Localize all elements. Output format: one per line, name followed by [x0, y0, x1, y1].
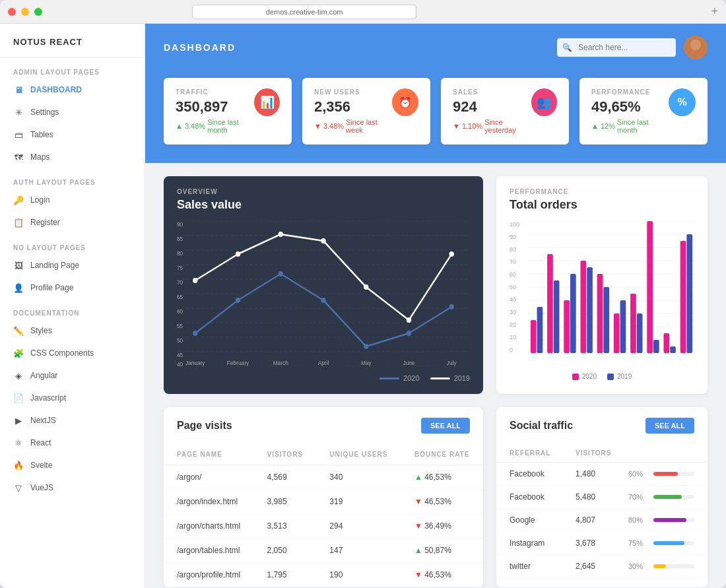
legend-2019: 2019: [430, 374, 470, 382]
svg-rect-59: [554, 280, 560, 353]
svg-point-30: [449, 251, 454, 257]
svg-rect-67: [620, 300, 626, 353]
page-title: DASHBOARD: [164, 42, 236, 53]
cell-bounce: ▲ 46,53%: [401, 465, 483, 490]
traffic-label: TRAFFIC: [176, 88, 254, 96]
cell-page: /argon/charts.html: [164, 514, 254, 539]
cell-bounce: ▼ 36,49%: [401, 514, 483, 539]
social-bar-fill: [653, 518, 686, 522]
page-visits-title: Page visits: [177, 420, 232, 432]
sidebar-item-dashboard[interactable]: 🖥 DASHBOARD: [0, 79, 145, 101]
bar-legend-2019: 2019: [607, 373, 632, 380]
table-row: /argon/ 4,569 340 ▲ 46,53%: [164, 465, 483, 490]
social-bar: 80%: [628, 516, 694, 524]
puzzle-icon: 🧩: [13, 348, 24, 358]
page-visits-see-all[interactable]: SEE ALL: [421, 418, 470, 434]
table-row: /argon/tables.html 2,050 147 ▲ 50,87%: [164, 539, 483, 563]
social-referral: Instagram: [510, 539, 576, 548]
social-referral: twitter: [510, 562, 576, 571]
svg-text:85: 85: [177, 236, 183, 242]
cell-bounce: ▼ 46,53%: [401, 563, 483, 587]
perf-change: ▲ 12% Since last month: [591, 118, 669, 134]
perf-value: 49,65%: [591, 98, 669, 115]
users-label: NEW USERS: [314, 88, 392, 96]
sidebar-item-angular[interactable]: ◈ Angular: [0, 364, 145, 387]
perf-icon: %: [669, 88, 696, 116]
svg-point-29: [407, 317, 411, 323]
social-bar: 60%: [628, 470, 694, 478]
sidebar-item-maps[interactable]: 🗺 Maps: [0, 146, 145, 168]
svg-text:65: 65: [177, 294, 183, 300]
stat-card-users: NEW USERS 2,356 ▼ 3.48% Since last week …: [302, 78, 430, 145]
close-button[interactable]: [8, 8, 16, 16]
url-bar[interactable]: demos.creative-tim.com: [192, 5, 416, 19]
social-bar-bg: [653, 495, 694, 499]
svg-rect-72: [663, 333, 669, 353]
down-arrow-icon: ▼: [314, 122, 321, 130]
table-card-header: Page visits SEE ALL: [164, 407, 483, 444]
svg-point-33: [279, 271, 283, 277]
sidebar-item-settings[interactable]: ✳ Settings: [0, 101, 145, 123]
social-title: Social traffic: [510, 420, 573, 432]
svg-point-26: [279, 232, 283, 237]
sidebar-item-nextjs[interactable]: ▶ NextJS: [0, 409, 145, 432]
monitor-icon: 🖥: [13, 84, 24, 95]
stat-cards: TRAFFIC 350,897 ▲ 3.48% Since last month…: [164, 71, 708, 145]
down-arrow-icon2: ▼: [453, 122, 460, 130]
col-bounce-rate: BOUNCE RATE: [401, 444, 483, 465]
svg-text:40: 40: [177, 361, 183, 366]
social-row: Instagram 3,678 75%: [496, 532, 708, 555]
svg-rect-69: [637, 313, 643, 353]
stat-card-traffic: TRAFFIC 350,897 ▲ 3.48% Since last month…: [164, 78, 292, 145]
search-input[interactable]: [557, 38, 676, 57]
svg-text:March: March: [273, 360, 288, 366]
social-see-all[interactable]: SEE ALL: [645, 418, 694, 434]
sidebar-item-react[interactable]: ⚛ React: [0, 432, 145, 454]
sidebar-section-admin: ADMIN LAYOUT PAGES: [0, 58, 145, 79]
add-tab-button[interactable]: +: [711, 5, 718, 18]
sidebar-item-css[interactable]: 🧩 CSS Components: [0, 342, 145, 364]
social-pct: 80%: [628, 516, 649, 524]
traffic-icon: 📊: [254, 88, 280, 116]
svg-text:50: 50: [177, 337, 183, 344]
nextjs-icon: ▶: [13, 415, 24, 426]
gear-icon: ✳: [13, 107, 24, 117]
sidebar-item-javascript[interactable]: 📄 Javascript: [0, 387, 145, 409]
perf-label: PERFORMANCE: [591, 88, 669, 96]
maximize-button[interactable]: [34, 8, 42, 16]
sidebar-section-auth: AUTH LAYOUT PAGES: [0, 168, 145, 189]
svg-text:July: July: [447, 360, 457, 366]
sidebar-item-tables[interactable]: 🗃 Tables: [0, 123, 145, 146]
svg-point-28: [364, 284, 368, 290]
bar-chart-legend: 2020 2019: [510, 373, 694, 380]
social-pct: 75%: [628, 539, 649, 547]
svg-rect-73: [670, 346, 676, 353]
social-referral: Facebook: [510, 492, 576, 502]
sidebar-item-styles[interactable]: ✏️ Styles: [0, 319, 145, 342]
col-visitors: VISITORS: [254, 444, 317, 465]
line-chart-area: .grid-line { stroke: #3a4a60; stroke-wid…: [177, 221, 470, 366]
social-col-visitors: VISITORS: [576, 449, 628, 457]
bottom-section: Page visits SEE ALL PAGE NAME VISITORS U…: [145, 407, 726, 588]
sidebar-item-vuejs[interactable]: ▽ VueJS: [0, 476, 145, 499]
sidebar-item-landing[interactable]: 🖼 Landing Page: [0, 254, 145, 277]
avatar: [684, 36, 708, 59]
svg-text:45: 45: [177, 352, 183, 358]
social-bar-fill: [653, 472, 678, 476]
minimize-button[interactable]: [21, 8, 29, 16]
svg-point-27: [321, 238, 325, 244]
svg-rect-63: [587, 267, 593, 353]
table-row: /argon/profile.html 1,795 190 ▼ 46,53%: [164, 563, 483, 587]
table-icon: 🗃: [13, 129, 24, 140]
svg-text:April: April: [318, 360, 329, 366]
sidebar-item-profile[interactable]: 👤 Profile Page: [0, 277, 145, 299]
sidebar-item-register[interactable]: 📋 Register: [0, 211, 145, 234]
table-row: /argon/charts.html 3,513 294 ▼ 36,49%: [164, 514, 483, 539]
angular-icon: ◈: [13, 370, 24, 381]
js-icon: 📄: [13, 393, 24, 403]
sidebar-item-login[interactable]: 🔑 Login: [0, 189, 145, 211]
blue-section: TRAFFIC 350,897 ▲ 3.48% Since last month…: [145, 71, 726, 163]
svg-rect-60: [564, 300, 570, 353]
svg-point-37: [449, 304, 454, 310]
sidebar-item-svelte[interactable]: 🔥 Svelte: [0, 454, 145, 476]
